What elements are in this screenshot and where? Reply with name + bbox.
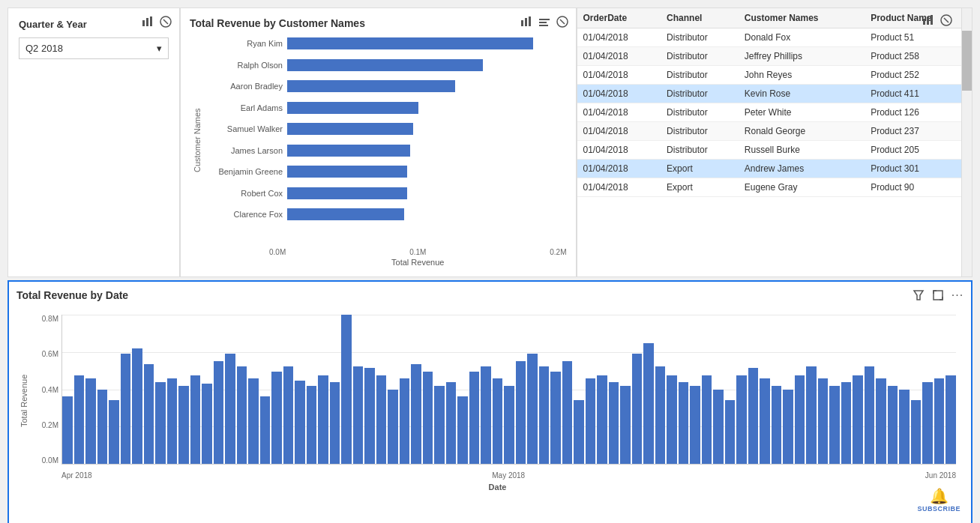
- table-column-header: Customer Names: [739, 8, 865, 28]
- bar-fill: [287, 59, 483, 71]
- bar-chart-icon-1[interactable]: [519, 14, 534, 29]
- bottom-bar: [330, 382, 340, 464]
- quarter-year-dropdown[interactable]: Q2 2018 ▾: [19, 37, 169, 59]
- bottom-bar: [353, 366, 364, 464]
- bar-chart-y-label: Customer Names: [190, 35, 205, 245]
- bottom-y-tick: 0.2M: [42, 421, 58, 429]
- bottom-bar: [237, 366, 247, 464]
- bar-track: [287, 166, 567, 178]
- table-cell: Distributor: [661, 47, 739, 66]
- bar-label: Ryan Kim: [208, 39, 283, 48]
- bar-track: [287, 102, 567, 114]
- bottom-bar: [632, 354, 643, 464]
- table-cell: 01/04/2018: [577, 85, 661, 103]
- table-cell: Kevin Rose: [739, 85, 865, 103]
- bottom-bar: [679, 382, 689, 464]
- bottom-bar: [772, 386, 782, 464]
- table-bar-chart-icon[interactable]: [921, 13, 936, 28]
- svg-rect-13: [923, 19, 925, 25]
- svg-rect-6: [525, 18, 527, 26]
- bar-track: [287, 37, 567, 49]
- table-cell: Distributor: [661, 103, 739, 122]
- table-row[interactable]: 01/04/2018DistributorRonald GeorgeProduc…: [577, 122, 973, 141]
- bar-chart-title: Total Revenue by Customer Names: [190, 17, 567, 29]
- bottom-bar: [539, 366, 550, 464]
- table-scrollbar[interactable]: [961, 8, 972, 276]
- bottom-bar: [516, 361, 526, 464]
- bottom-bar: [806, 366, 817, 464]
- bottom-bar: [841, 382, 852, 464]
- table-row[interactable]: 01/04/2018DistributorJeffrey PhillipsPro…: [577, 47, 973, 66]
- bottom-bar: [446, 382, 457, 464]
- bar-track: [287, 145, 567, 157]
- svg-rect-15: [931, 15, 933, 25]
- bar-chart-icon-2[interactable]: [537, 14, 552, 29]
- table-row[interactable]: 01/04/2018DistributorRussell BurkeProduc…: [577, 141, 973, 160]
- bottom-expand-icon[interactable]: [931, 288, 946, 303]
- bottom-more-icon[interactable]: ···: [950, 288, 965, 303]
- table-cell: Eugene Gray: [739, 178, 865, 197]
- table-column-header: Product Name: [865, 8, 972, 28]
- filter-panel: Quarter & Year Q2 2018 ▾: [7, 7, 180, 277]
- bottom-bar: [783, 390, 793, 465]
- bar-fill: [287, 145, 410, 157]
- filter-bar-chart-icon[interactable]: [140, 14, 155, 29]
- bottom-bar: [736, 375, 747, 464]
- bottom-bar: [376, 375, 387, 464]
- table-cell: Product 126: [865, 103, 972, 122]
- table-cell: Product 205: [865, 141, 972, 160]
- bottom-bar: [132, 348, 142, 464]
- table-cell: Export: [661, 178, 739, 197]
- table-scrollbar-thumb[interactable]: [962, 31, 973, 91]
- table-cell: Russell Burke: [739, 141, 865, 160]
- bottom-funnel-icon[interactable]: [911, 288, 926, 303]
- bottom-chart-panel: Total Revenue by Date ··· Total Revenue: [7, 280, 973, 523]
- table-row[interactable]: 01/04/2018ExportEugene GrayProduct 90: [577, 178, 973, 197]
- table-cell: Product 252: [865, 66, 972, 85]
- bar-chart-inner: Ryan Kim Ralph Olson Aaron Bradley Earl …: [208, 35, 567, 245]
- table-row[interactable]: 01/04/2018DistributorJohn ReyesProduct 2…: [577, 66, 973, 85]
- bottom-y-tick: 0.6M: [42, 350, 58, 358]
- bottom-bar: [609, 382, 619, 464]
- bottom-y-tick: 0.8M: [42, 315, 58, 323]
- table-cell: 01/04/2018: [577, 28, 661, 47]
- table-row[interactable]: 01/04/2018DistributorPeter WhiteProduct …: [577, 103, 973, 122]
- table-column-header: OrderDate: [577, 8, 661, 28]
- bottom-x-label: Date: [489, 483, 507, 492]
- bottom-y-label: Total Revenue: [16, 307, 31, 495]
- bottom-bar: [388, 390, 398, 465]
- table-cell: Export: [661, 160, 739, 178]
- table-cell: Andrew James: [739, 160, 865, 178]
- table-cell: Distributor: [661, 28, 739, 47]
- bottom-bar: [527, 354, 538, 464]
- subscribe-button[interactable]: 🔔 SUBSCRIBE: [917, 487, 961, 513]
- bar-chart-cancel-icon[interactable]: [555, 14, 570, 29]
- bottom-bar: [341, 315, 352, 464]
- table-cell: Ronald George: [739, 122, 865, 141]
- bottom-bar: [121, 354, 131, 464]
- bottom-x-tick: Jun 2018: [925, 471, 956, 480]
- bottom-y-axis: 0.8M0.6M0.4M0.2M0.0M: [31, 315, 61, 465]
- bottom-bar: [318, 375, 328, 464]
- bottom-bar: [190, 375, 201, 464]
- bottom-bar: [85, 378, 96, 464]
- x-tick: 0.1M: [409, 248, 426, 256]
- bar-row: Aaron Bradley: [208, 78, 567, 94]
- bottom-bar: [876, 378, 886, 464]
- bottom-bar: [307, 386, 317, 464]
- svg-rect-8: [539, 19, 550, 20]
- table-cell: Peter White: [739, 103, 865, 122]
- bottom-bar: [655, 366, 666, 464]
- bottom-bar: [620, 386, 631, 464]
- table-cancel-icon[interactable]: [939, 13, 954, 28]
- filter-cancel-icon[interactable]: [158, 14, 173, 29]
- table-row[interactable]: 01/04/2018ExportAndrew JamesProduct 301: [577, 160, 973, 178]
- bar-track: [287, 80, 567, 92]
- bottom-bar: [457, 396, 468, 464]
- bar-chart-panel: Total Revenue by Customer Names Customer…: [180, 7, 577, 277]
- table-row[interactable]: 01/04/2018DistributorKevin RoseProduct 4…: [577, 85, 973, 103]
- bar-label: Earl Adams: [208, 103, 283, 112]
- bottom-y-tick: 0.4M: [42, 386, 58, 394]
- table-cell: 01/04/2018: [577, 141, 661, 160]
- table-row[interactable]: 01/04/2018DistributorDonald FoxProduct 5…: [577, 28, 973, 47]
